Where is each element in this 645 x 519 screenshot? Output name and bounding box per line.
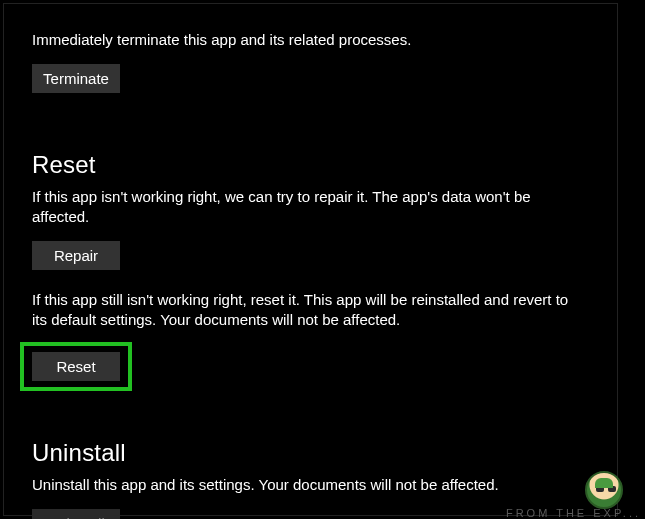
settings-panel: Immediately terminate this app and its r… — [3, 3, 618, 516]
uninstall-heading: Uninstall — [32, 439, 589, 467]
terminate-description: Immediately terminate this app and its r… — [32, 4, 589, 50]
avatar-icon — [585, 471, 623, 509]
uninstall-button[interactable]: Uninstall — [32, 509, 120, 519]
terminate-button[interactable]: Terminate — [32, 64, 120, 93]
reset-button[interactable]: Reset — [32, 352, 120, 381]
uninstall-description: Uninstall this app and its settings. You… — [32, 475, 572, 495]
repair-button[interactable]: Repair — [32, 241, 120, 270]
watermark-text: FROM THE EXP... — [506, 507, 641, 519]
repair-description: If this app isn't working right, we can … — [32, 187, 572, 227]
reset-highlight-box: Reset — [20, 342, 132, 391]
reset-heading: Reset — [32, 151, 589, 179]
reset-description: If this app still isn't working right, r… — [32, 290, 572, 330]
